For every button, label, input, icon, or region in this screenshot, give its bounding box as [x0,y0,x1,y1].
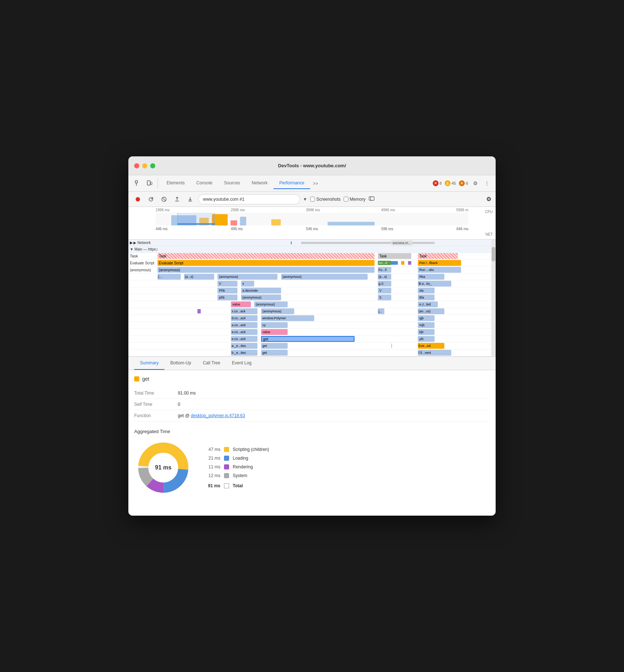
evaluate-bar-1[interactable]: Evaluate Script [157,260,375,266]
aco1-bar-1[interactable]: a.co...ack [231,322,257,328]
anon-bar-3[interactable]: Run ...sks [418,267,461,273]
v-bar-2[interactable]: v [241,281,255,287]
upload-icon[interactable] [172,194,182,204]
tab-event-log[interactable]: Event Log [226,357,257,370]
memory-check[interactable]: Memory [344,197,365,202]
screenshots-checkbox[interactable] [310,197,315,201]
ae-bar-3[interactable]: Eve...ed [418,343,444,349]
tab-console[interactable]: Console [191,177,218,189]
memory-checkbox[interactable] [344,197,348,201]
inspect-icon[interactable] [133,178,143,188]
screenshots-check[interactable]: Screenshots [310,197,341,202]
xco-bar-1[interactable]: x.co...ack [231,308,257,314]
scrollbar[interactable] [491,240,496,356]
device-icon[interactable] [144,178,155,188]
xco-track[interactable]: x.co...ack (anonymous) j... (an...us) [157,308,491,315]
tab-summary[interactable]: Summary [134,357,164,370]
download-icon[interactable] [185,194,195,204]
v-track[interactable]: V v g.S $i.e...ks_ [157,280,491,287]
phb-track[interactable]: Phb a.decorate V xla [157,287,491,294]
tab-more[interactable]: >> [310,178,321,189]
fn-bar-c[interactable]: (anonymous) [217,274,277,280]
dco-bar-3[interactable]: qjb [418,315,435,321]
error-badge-red[interactable]: ✕ 8 [433,180,442,186]
task-bar-2[interactable]: Task [378,253,411,259]
tab-elements[interactable]: Elements [161,177,191,189]
anon-bar-2[interactable]: Fu...ll [378,267,391,273]
tab-bottom-up[interactable]: Bottom-Up [164,357,197,370]
v-bar-1[interactable]: V [217,281,237,287]
ae-bar-2[interactable]: get [261,343,288,349]
reload-record-icon[interactable] [146,194,156,204]
value-track[interactable]: value (anonymous) e.J...led [157,301,491,308]
settings-icon[interactable]: ⚙ [471,179,480,188]
clear-icon[interactable] [159,194,169,204]
phb-bar-3[interactable]: V [378,288,391,293]
capture-settings-icon[interactable]: ⚙ [486,196,491,203]
fn-bar-a[interactable]: (... [157,274,181,280]
aco1-bar-3[interactable]: mjb [418,322,435,328]
lighthouse-icon[interactable] [368,195,375,203]
be-bar-2[interactable]: get [261,350,288,356]
task-bar-3[interactable]: Task [418,253,458,259]
flame-chart[interactable]: ▶ ▶ Network success.m... ▼ Main — https:… [128,240,496,357]
value-bar-3[interactable]: e.J...led [418,301,438,307]
xco-bar-2[interactable]: (anonymous) [261,308,295,314]
anon-bar-1[interactable]: (anonymous) [157,267,375,273]
evaluate-bar-3[interactable]: Fire l...llback [418,260,461,266]
anon-track[interactable]: (anonymous) Fu...ll Run ...sks [157,267,491,273]
dco-track[interactable]: d.co...ack window.Polymer qjb [157,315,491,321]
record-icon[interactable] [133,194,143,204]
url-input[interactable] [198,194,300,204]
eco-track[interactable]: e.co...ack get yib [157,336,491,342]
v-bar-4[interactable]: $i.e...ks_ [418,281,451,287]
phb-bar-2[interactable]: a.decorate [241,288,281,293]
aco2-bar-2[interactable]: value [261,329,288,335]
value-bar-1[interactable]: value [231,301,251,307]
ae-track[interactable]: a._e...ties get Eve...ed [157,343,491,349]
tab-sources[interactable]: Sources [218,177,246,189]
fn-bar-f[interactable]: Rka [418,274,444,280]
error-badge-orange[interactable]: ✕ 6 [459,180,468,186]
main-label[interactable]: ▼ Main — https://ww... [128,247,157,251]
phb2-bar-4[interactable]: Bla [418,295,435,300]
dco-bar-1[interactable]: d.co...ack [231,315,257,321]
phb2-bar-2[interactable]: (anonymous) [241,295,281,300]
evaluate-track[interactable]: Evaluate Script An...d Fire l...llback [157,260,491,266]
error-badge-yellow[interactable]: ⚠ 45 [445,180,456,186]
aco1-bar-2[interactable]: cy [261,322,288,328]
aco2-bar-3[interactable]: kjb [418,329,435,335]
v-bar-3[interactable]: g.S [378,281,391,287]
dco-bar-2[interactable]: window.Polymer [261,315,315,321]
phb2-bar-1[interactable]: phb [217,295,237,300]
more-icon[interactable]: ⋮ [483,179,491,188]
eco-bar-3[interactable]: yib [418,336,435,342]
get-bar-selected[interactable]: get [261,336,355,342]
task-track[interactable]: Task Task Task [157,253,491,259]
xco-bar-4[interactable]: (an...us) [418,308,444,314]
value-bar-2[interactable]: (anonymous) [254,301,288,307]
aco2-track[interactable]: a.co...ack value kjb [157,329,491,335]
minimize-button[interactable] [142,163,147,168]
timeline-visual[interactable] [156,213,468,225]
close-button[interactable] [134,163,139,168]
phb-bar-4[interactable]: xla [418,288,435,293]
xco-bar-3[interactable]: j... [378,308,384,314]
timeline-overview[interactable]: 1996 ms 2996 ms 3996 ms 4996 ms 5996 m [128,207,496,240]
aco2-bar-1[interactable]: a.co...ack [231,329,257,335]
maximize-button[interactable] [150,163,155,168]
evaluate-bar-2[interactable]: An...d [378,261,391,265]
phb2-bar-3[interactable]: S [378,295,391,300]
be-track[interactable]: b._e...ties get f.fi...vent [157,349,491,356]
tab-performance[interactable]: Performance [273,177,310,189]
network-label[interactable]: ▶ ▶ Network [128,240,157,245]
eco-bar-1[interactable]: e.co...ack [231,336,257,342]
fn-track-1[interactable]: (... (a...s) (anonymous) (anonymous) (a.… [157,273,491,280]
function-link[interactable]: desktop_polymer.js:4718:63 [191,413,245,418]
phb2-track[interactable]: phb (anonymous) S Bla [157,294,491,301]
fn-bar-b[interactable]: (a...s) [184,274,214,280]
tab-call-tree[interactable]: Call Tree [197,357,226,370]
aco1-track[interactable]: a.co...ack cy mjb [157,322,491,328]
tab-network[interactable]: Network [246,177,273,189]
phb-bar-1[interactable]: Phb [217,288,237,293]
